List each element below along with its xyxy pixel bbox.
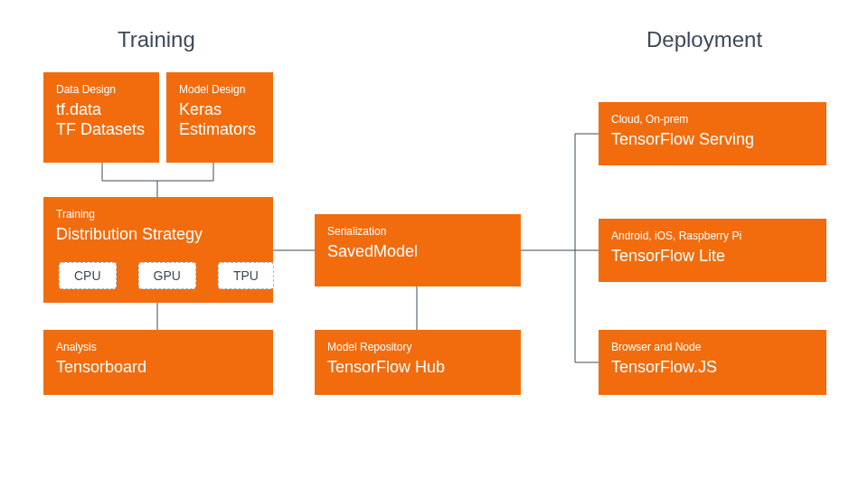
analysis-box: Analysis Tensorboard — [43, 330, 273, 395]
hardware-chip-row: CPU GPU TPU — [59, 262, 274, 289]
model-repo-label-big: TensorFlow Hub — [327, 357, 508, 378]
js-label-big: TensorFlow.JS — [611, 357, 814, 378]
training-section-title: Training — [118, 27, 195, 52]
serving-box: Cloud, On-prem TensorFlow Serving — [599, 102, 826, 165]
data-design-box: Data Design tf.dataTF Datasets — [43, 72, 159, 163]
model-repo-box: Model Repository TensorFlow Hub — [315, 330, 521, 395]
deployment-section-title: Deployment — [646, 27, 762, 52]
data-design-label-big: tf.dataTF Datasets — [56, 99, 146, 140]
gpu-chip: GPU — [138, 262, 196, 289]
training-label-big: Distribution Strategy — [56, 224, 260, 245]
training-label-small: Training — [56, 208, 260, 222]
js-box: Browser and Node TensorFlow.JS — [599, 330, 826, 395]
js-label-small: Browser and Node — [611, 341, 814, 355]
serving-label-big: TensorFlow Serving — [611, 129, 814, 150]
model-design-label-big: KerasEstimators — [179, 99, 260, 140]
model-repo-label-small: Model Repository — [327, 341, 508, 355]
lite-label-big: TensorFlow Lite — [611, 246, 814, 267]
lite-label-small: Android, iOS, Raspberry Pi — [611, 230, 814, 244]
lite-box: Android, iOS, Raspberry Pi TensorFlow Li… — [599, 219, 826, 282]
analysis-label-small: Analysis — [56, 341, 260, 355]
serialization-label-small: Serialization — [327, 225, 508, 239]
serialization-box: Serialization SavedModel — [315, 214, 521, 286]
serialization-label-big: SavedModel — [327, 241, 508, 262]
analysis-label-big: Tensorboard — [56, 357, 260, 378]
model-design-box: Model Design KerasEstimators — [166, 72, 273, 163]
data-design-label-small: Data Design — [56, 83, 146, 98]
tpu-chip: TPU — [218, 262, 274, 289]
model-design-label-small: Model Design — [179, 83, 260, 98]
serving-label-small: Cloud, On-prem — [611, 113, 814, 127]
cpu-chip: CPU — [59, 262, 117, 289]
